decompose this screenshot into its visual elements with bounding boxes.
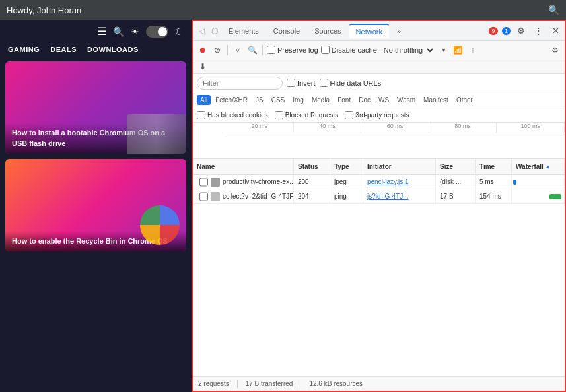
table-body: productivity-chrome-ex... 200 jpeg penci… bbox=[193, 175, 565, 376]
close-icon[interactable]: ✕ bbox=[549, 24, 562, 37]
type-other[interactable]: Other bbox=[453, 95, 476, 105]
td-status-1: 200 bbox=[294, 175, 330, 189]
timeline-ruler: 20 ms 40 ms 60 ms 80 ms 100 ms bbox=[226, 123, 565, 133]
clear-button[interactable]: ⊘ bbox=[211, 44, 223, 56]
th-status[interactable]: Status bbox=[294, 159, 330, 174]
wifi-icon[interactable]: 📶 bbox=[452, 44, 464, 56]
td-waterfall-2 bbox=[512, 189, 565, 203]
site-search-icon[interactable]: 🔍 bbox=[113, 26, 124, 37]
th-waterfall[interactable]: Waterfall ▲ bbox=[512, 159, 565, 174]
td-name-2: collect?v=2&tid=G-4TJF... bbox=[193, 189, 294, 203]
type-fetch-xhr[interactable]: Fetch/XHR bbox=[212, 95, 251, 105]
timeline-bar-area bbox=[226, 133, 565, 158]
td-initiator-1[interactable]: penci-lazy.js:1 bbox=[363, 175, 436, 189]
settings-icon[interactable]: ⚙ bbox=[514, 24, 528, 37]
table-header: Name Status Type Initiator Size Time Wat… bbox=[193, 159, 565, 175]
invert-checkbox[interactable] bbox=[287, 79, 295, 87]
site-content: How to install a bootable Chromium OS on… bbox=[0, 56, 192, 257]
moon-icon[interactable]: ☾ bbox=[175, 26, 184, 37]
tab-sources[interactable]: Sources bbox=[308, 24, 347, 38]
tab-network[interactable]: Network bbox=[349, 24, 389, 38]
hide-data-urls-checkbox[interactable] bbox=[320, 79, 328, 87]
nav-gaming[interactable]: GAMING bbox=[8, 46, 40, 53]
type-ws[interactable]: WS bbox=[375, 95, 392, 105]
more-options-icon[interactable]: ⋮ bbox=[532, 24, 546, 37]
devtools-panel: ◁ ⬡ Elements Console Sources Network » 9… bbox=[192, 20, 566, 392]
disable-cache-checkbox[interactable] bbox=[321, 46, 330, 54]
status-bar: 2 requests 17 B transferred 12.6 kB reso… bbox=[193, 376, 565, 391]
sun-icon[interactable]: ☀ bbox=[131, 26, 139, 37]
invert-label[interactable]: Invert bbox=[287, 79, 316, 87]
blocked-requests-label[interactable]: Blocked Requests bbox=[275, 111, 339, 119]
th-name[interactable]: Name bbox=[193, 159, 294, 174]
filter-options: Invert Hide data URLs bbox=[287, 79, 381, 87]
type-css[interactable]: CSS bbox=[268, 95, 289, 105]
search-button[interactable]: 🔍 bbox=[246, 44, 258, 56]
table-row[interactable]: collect?v=2&tid=G-4TJF... 204 ping js?id… bbox=[193, 189, 565, 204]
nav-downloads[interactable]: DOWNLOADS bbox=[87, 46, 139, 53]
hide-data-urls-label[interactable]: Hide data URLs bbox=[320, 79, 382, 87]
tab-console[interactable]: Console bbox=[267, 24, 306, 38]
td-status-2: 204 bbox=[294, 189, 330, 203]
filter-bar: Invert Hide data URLs bbox=[193, 74, 565, 92]
tab-elements[interactable]: Elements bbox=[222, 24, 265, 38]
has-blocked-cookies-label[interactable]: Has blocked cookies bbox=[197, 111, 268, 119]
network-toolbar: ⏺ ⊘ ▿ 🔍 Preserve log Disable cache No th… bbox=[193, 41, 565, 59]
type-doc[interactable]: Doc bbox=[355, 95, 374, 105]
row-checkbox-1[interactable] bbox=[199, 177, 208, 187]
td-initiator-2[interactable]: js?id=G-4TJ... bbox=[363, 189, 436, 203]
filter-button[interactable]: ▿ bbox=[232, 44, 244, 56]
td-waterfall-1 bbox=[512, 175, 565, 189]
filter-input[interactable] bbox=[197, 77, 283, 90]
throttle-select[interactable]: No throttling bbox=[380, 46, 435, 55]
main-layout: ☰ 🔍 ☀ ☾ GAMING DEALS DOWNLOADS How to in… bbox=[0, 20, 566, 392]
th-type[interactable]: Type bbox=[330, 159, 363, 174]
td-type-1: jpeg bbox=[330, 175, 363, 189]
table-row[interactable]: productivity-chrome-ex... 200 jpeg penci… bbox=[193, 175, 565, 189]
third-party-label[interactable]: 3rd-party requests bbox=[345, 111, 409, 119]
type-manifest[interactable]: Manifest bbox=[420, 95, 452, 105]
td-time-1: 5 ms bbox=[476, 175, 512, 189]
theme-toggle[interactable] bbox=[146, 26, 168, 38]
type-media[interactable]: Media bbox=[308, 95, 333, 105]
site-header: ☰ 🔍 ☀ ☾ bbox=[0, 20, 192, 43]
timeline-area: 20 ms 40 ms 60 ms 80 ms 100 ms bbox=[193, 123, 565, 159]
type-font[interactable]: Font bbox=[334, 95, 354, 105]
upload-icon[interactable]: ↑ bbox=[467, 44, 479, 56]
blocked-requests-checkbox[interactable] bbox=[275, 111, 283, 119]
throttle-dropdown-icon[interactable]: ▼ bbox=[438, 44, 450, 56]
third-party-checkbox[interactable] bbox=[345, 111, 353, 119]
download-row: ⬇ bbox=[193, 59, 565, 74]
th-initiator[interactable]: Initiator bbox=[363, 159, 436, 174]
badge-red: 9 bbox=[489, 27, 498, 35]
article-card-1[interactable]: How to install a bootable Chromium OS on… bbox=[5, 61, 186, 154]
badge-blue: 1 bbox=[502, 27, 511, 35]
search-icon[interactable]: 🔍 bbox=[548, 5, 559, 15]
has-blocked-cookies-checkbox[interactable] bbox=[197, 111, 205, 119]
type-img[interactable]: Img bbox=[289, 95, 307, 105]
preserve-log-checkbox[interactable] bbox=[267, 46, 275, 54]
nav-deals[interactable]: DEALS bbox=[50, 46, 77, 53]
disable-cache-label[interactable]: Disable cache bbox=[321, 46, 377, 54]
type-wasm[interactable]: Wasm bbox=[394, 95, 419, 105]
devtools-tab-bar: ◁ ⬡ Elements Console Sources Network » 9… bbox=[193, 21, 565, 41]
th-time[interactable]: Time bbox=[476, 159, 512, 174]
type-js[interactable]: JS bbox=[252, 95, 267, 105]
status-divider-2 bbox=[301, 380, 301, 388]
devtools-back-icon[interactable]: ◁ bbox=[195, 25, 207, 37]
row-checkbox-2[interactable] bbox=[199, 191, 208, 202]
toolbar-divider-1 bbox=[227, 45, 228, 55]
article-card-2[interactable]: How to enable the Recycle Bin in Chrome … bbox=[5, 159, 186, 251]
type-all[interactable]: All bbox=[197, 95, 211, 105]
row-icon-2 bbox=[211, 192, 220, 201]
preserve-log-label[interactable]: Preserve log bbox=[267, 46, 318, 54]
record-button[interactable]: ⏺ bbox=[197, 44, 209, 56]
hamburger-icon[interactable]: ☰ bbox=[97, 25, 106, 38]
tab-more[interactable]: » bbox=[390, 24, 407, 38]
devtools-forward-icon[interactable]: ⬡ bbox=[209, 25, 221, 37]
network-settings-icon[interactable]: ⚙ bbox=[549, 44, 561, 56]
download-icon[interactable]: ⬇ bbox=[197, 61, 209, 73]
browser-top-bar: Howdy, John Horan 🔍 bbox=[0, 0, 566, 20]
th-size[interactable]: Size bbox=[436, 159, 476, 174]
td-size-2: 17 B bbox=[436, 189, 476, 203]
